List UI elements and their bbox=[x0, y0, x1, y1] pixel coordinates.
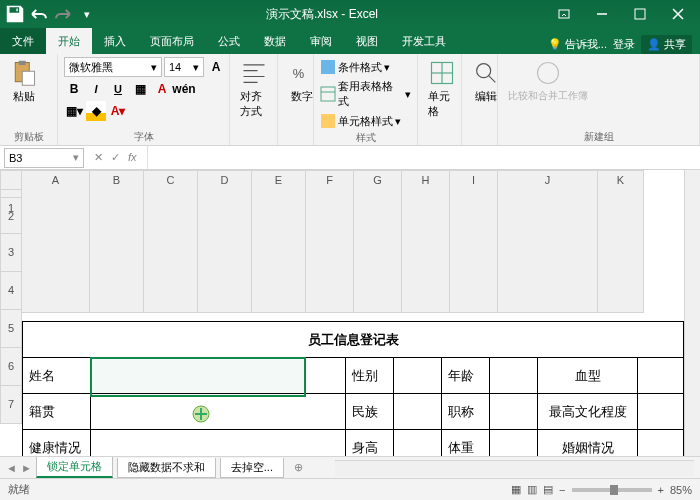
zoom-slider[interactable] bbox=[572, 488, 652, 492]
horizontal-scrollbar[interactable] bbox=[335, 460, 694, 476]
ribbon: 粘贴 剪贴板 微软雅黑▾ 14▾ A B I U ▦ A wén ▦▾ ◆ A▾… bbox=[0, 54, 700, 146]
cond-format-button[interactable]: 条件格式▾ bbox=[320, 59, 390, 75]
worksheet-grid[interactable]: 员工信息登记表 姓名 性别 年龄 血型 籍贯 民族 职称 最高文化程度 健康情况… bbox=[22, 313, 684, 456]
group-font: 字体 bbox=[64, 128, 223, 144]
new-sheet-icon[interactable]: ⊕ bbox=[288, 461, 309, 474]
row-header[interactable]: 1 bbox=[0, 190, 22, 198]
row-header[interactable]: 2 bbox=[0, 198, 22, 234]
row-header[interactable]: 3 bbox=[0, 234, 22, 272]
name-box[interactable]: B3▾ bbox=[4, 148, 84, 168]
row-header[interactable]: 5 bbox=[0, 310, 22, 348]
window-title: 演示文稿.xlsx - Excel bbox=[98, 6, 546, 23]
grow-font-icon[interactable]: A bbox=[206, 57, 226, 77]
cancel-icon[interactable]: ✕ bbox=[94, 151, 103, 164]
title-bar: ▾ 演示文稿.xlsx - Excel bbox=[0, 0, 700, 28]
group-clipboard: 剪贴板 bbox=[6, 128, 51, 144]
col-header[interactable]: I bbox=[450, 170, 498, 313]
close-icon[interactable] bbox=[660, 0, 696, 28]
row-header[interactable]: 4 bbox=[0, 272, 22, 310]
col-header[interactable]: F bbox=[306, 170, 354, 313]
sheet-tabs: ◄ ► 锁定单元格 隐藏数据不求和 去掉空... ⊕ bbox=[0, 456, 700, 478]
login-link[interactable]: 登录 bbox=[613, 37, 635, 52]
formula-bar-row: B3▾ ✕ ✓ fx bbox=[0, 146, 700, 170]
svg-rect-10 bbox=[321, 114, 335, 128]
col-header[interactable]: B bbox=[90, 170, 144, 313]
phonetic-button[interactable]: wén bbox=[174, 79, 194, 99]
tab-review[interactable]: 审阅 bbox=[298, 28, 344, 54]
col-header[interactable]: E bbox=[252, 170, 306, 313]
tab-layout[interactable]: 页面布局 bbox=[138, 28, 206, 54]
underline-button[interactable]: U bbox=[108, 79, 128, 99]
status-bar: 就绪 ▦ ▥ ▤ − + 85% bbox=[0, 478, 700, 500]
minimize-icon[interactable] bbox=[584, 0, 620, 28]
formula-bar[interactable] bbox=[147, 146, 700, 169]
table-format-button[interactable]: 套用表格格式▾ bbox=[320, 79, 411, 109]
share-button[interactable]: 👤 共享 bbox=[641, 35, 692, 54]
sheet-tab-3[interactable]: 去掉空... bbox=[220, 458, 284, 478]
zoom-out-icon[interactable]: − bbox=[559, 484, 565, 496]
tab-home[interactable]: 开始 bbox=[46, 28, 92, 54]
tab-insert[interactable]: 插入 bbox=[92, 28, 138, 54]
enter-icon[interactable]: ✓ bbox=[111, 151, 120, 164]
cells-button[interactable]: 单元格 bbox=[424, 57, 460, 121]
view-layout-icon[interactable]: ▥ bbox=[527, 483, 537, 496]
font-size-combo[interactable]: 14▾ bbox=[164, 57, 204, 77]
bold-button[interactable]: B bbox=[64, 79, 84, 99]
group-styles: 样式 bbox=[320, 129, 411, 145]
select-all-corner[interactable] bbox=[0, 170, 22, 190]
italic-button[interactable]: I bbox=[86, 79, 106, 99]
sheet-nav-next-icon[interactable]: ► bbox=[21, 462, 32, 474]
tell-me[interactable]: 💡 告诉我... bbox=[548, 37, 607, 52]
border-drop-icon[interactable]: ▦▾ bbox=[64, 101, 84, 121]
view-break-icon[interactable]: ▤ bbox=[543, 483, 553, 496]
zoom-level[interactable]: 85% bbox=[670, 484, 692, 496]
tab-file[interactable]: 文件 bbox=[0, 28, 46, 54]
col-header[interactable]: K bbox=[598, 170, 644, 313]
fx-icon[interactable]: fx bbox=[128, 151, 137, 164]
sheet-tab-2[interactable]: 隐藏数据不求和 bbox=[117, 458, 216, 478]
view-normal-icon[interactable]: ▦ bbox=[511, 483, 521, 496]
align-button[interactable]: 对齐方式 bbox=[236, 57, 272, 121]
zoom-in-icon[interactable]: + bbox=[658, 484, 664, 496]
svg-rect-5 bbox=[22, 71, 34, 85]
col-header[interactable]: G bbox=[354, 170, 402, 313]
tab-formula[interactable]: 公式 bbox=[206, 28, 252, 54]
svg-rect-8 bbox=[321, 87, 335, 101]
sheet-nav-prev-icon[interactable]: ◄ bbox=[6, 462, 17, 474]
font-color-drop[interactable]: A▾ bbox=[108, 101, 128, 121]
undo-icon[interactable] bbox=[28, 3, 50, 25]
cell-style-button[interactable]: 单元格样式▾ bbox=[320, 113, 401, 129]
ribbon-options-icon[interactable] bbox=[546, 0, 582, 28]
border-button[interactable]: ▦ bbox=[130, 79, 150, 99]
tab-view[interactable]: 视图 bbox=[344, 28, 390, 54]
vertical-scrollbar[interactable] bbox=[684, 170, 700, 456]
sheet-tab-1[interactable]: 锁定单元格 bbox=[36, 457, 113, 478]
table-title: 员工信息登记表 bbox=[23, 322, 684, 358]
qat-more-icon[interactable]: ▾ bbox=[76, 3, 98, 25]
svg-point-16 bbox=[538, 63, 559, 84]
status-ready: 就绪 bbox=[8, 482, 30, 497]
font-color-button[interactable]: A bbox=[152, 79, 172, 99]
group-new: 新建组 bbox=[504, 128, 693, 144]
tab-data[interactable]: 数据 bbox=[252, 28, 298, 54]
svg-line-15 bbox=[488, 75, 495, 82]
fill-color-button[interactable]: ◆ bbox=[86, 101, 106, 121]
svg-text:%: % bbox=[293, 66, 304, 81]
svg-rect-2 bbox=[635, 9, 645, 19]
row-header[interactable]: 6 bbox=[0, 348, 22, 386]
paste-button[interactable]: 粘贴 bbox=[6, 57, 42, 106]
col-header[interactable]: H bbox=[402, 170, 450, 313]
col-header[interactable]: A bbox=[22, 170, 90, 313]
redo-icon[interactable] bbox=[52, 3, 74, 25]
font-name-combo[interactable]: 微软雅黑▾ bbox=[64, 57, 162, 77]
ribbon-tabs: 文件 开始 插入 页面布局 公式 数据 审阅 视图 开发工具 💡 告诉我... … bbox=[0, 28, 700, 54]
col-header[interactable]: C bbox=[144, 170, 198, 313]
tab-dev[interactable]: 开发工具 bbox=[390, 28, 458, 54]
svg-rect-7 bbox=[321, 60, 335, 74]
row-header[interactable]: 7 bbox=[0, 386, 22, 424]
col-header[interactable]: J bbox=[498, 170, 598, 313]
col-header[interactable]: D bbox=[198, 170, 252, 313]
maximize-icon[interactable] bbox=[622, 0, 658, 28]
save-icon[interactable] bbox=[4, 3, 26, 25]
svg-rect-4 bbox=[19, 61, 26, 65]
